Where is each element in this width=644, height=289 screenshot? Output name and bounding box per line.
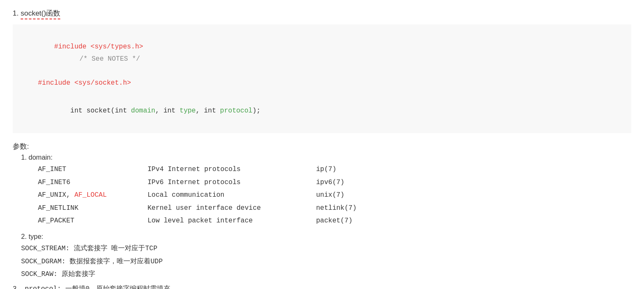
include-line-1: #include <sys/types.h> /* See NOTES */: [38, 29, 631, 77]
type-row-raw: SOCK_RAW: 原始套接字: [21, 268, 631, 281]
params-section: 参数: 1. domain: AF_INET IPv4 Internet pro…: [13, 142, 631, 289]
params-header: 参数:: [13, 142, 631, 151]
domain-row-af-inet6: AF_INET6 IPv6 Internet protocols ipv6(7): [38, 176, 631, 189]
func-signature: int socket(int domain, int type, int pro…: [38, 93, 631, 129]
heading-text: socket()函数: [21, 9, 60, 17]
param-domain-title: 1. domain:: [21, 154, 631, 161]
include-line-2: #include <sys/socket.h>: [38, 77, 631, 89]
type-row-dgram: SOCK_DGRAM: 数据报套接字，唯一对应着UDP: [21, 255, 631, 268]
param-type: 2. type: SOCK_STREAM: 流式套接字 唯一对应于TCP SOC…: [13, 233, 631, 281]
domain-row-af-packet: AF_PACKET Low level packet interface pac…: [38, 214, 631, 227]
heading-number: 1. socket()函数: [13, 9, 60, 17]
domain-row-af-unix: AF_UNIX, AF_LOCAL Local communication un…: [38, 189, 631, 201]
param-domain: 1. domain: AF_INET IPv4 Internet protoco…: [21, 154, 631, 227]
domain-row-af-netlink: AF_NETLINK Kernel user interface device …: [38, 202, 631, 214]
param-protocol-text: 3. protocol: 一般填0，原始套接字编程时需填充: [13, 285, 170, 289]
domain-row-af-inet: AF_INET IPv4 Internet protocols ip(7): [38, 163, 631, 176]
type-content: SOCK_STREAM: 流式套接字 唯一对应于TCP SOCK_DGRAM: …: [21, 242, 631, 281]
domain-table: AF_INET IPv4 Internet protocols ip(7) AF…: [38, 163, 631, 227]
section-heading: 1. socket()函数: [13, 8, 631, 19]
param-type-title: 2. type:: [21, 233, 631, 241]
param-protocol: 3. protocol: 一般填0，原始套接字编程时需填充: [13, 284, 631, 289]
type-row-stream: SOCK_STREAM: 流式套接字 唯一对应于TCP: [21, 242, 631, 255]
code-block: #include <sys/types.h> /* See NOTES */ #…: [13, 24, 631, 133]
